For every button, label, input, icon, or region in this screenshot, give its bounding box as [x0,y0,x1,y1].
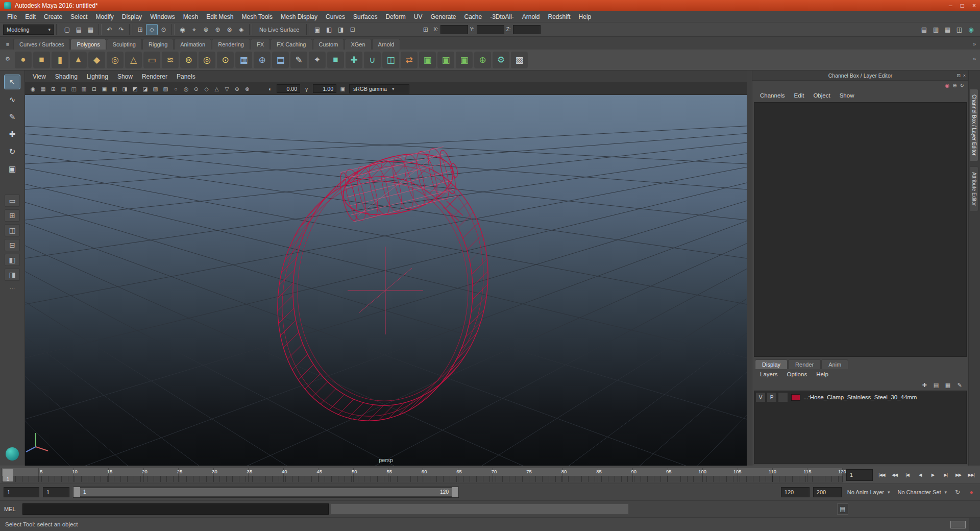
ui-toggle-button[interactable]: ▤ [918,24,930,35]
live-surface-label[interactable]: No Live Surface [254,27,304,33]
shelf-item-button[interactable]: ▣ [437,52,454,68]
current-frame-field[interactable]: 1 [846,469,873,481]
ui-toggle-button[interactable]: ▦ [942,24,953,35]
panel-toolbar-icon[interactable]: ▨ [161,84,170,93]
panel-toolbar-icon[interactable]: ▥ [79,84,89,93]
channel-box-menu-item[interactable]: Channels [755,92,790,99]
panel-toolbar-icon[interactable]: ◉ [28,84,38,93]
panel-toolbar-icon[interactable]: ▤ [59,84,68,93]
layer-editor-tab[interactable]: Render [788,359,821,369]
selection-mask-button[interactable]: ⊗ [224,24,235,35]
layout-button[interactable]: ◧ [5,254,20,266]
layout-button[interactable]: ◫ [5,224,20,236]
shelf-overflow-icon[interactable]: » [971,56,978,64]
maximize-button[interactable]: □ [961,2,964,9]
menu-item[interactable]: Cache [460,13,486,20]
panel-toolbar-icon[interactable]: ◪ [140,84,150,93]
shelf-item-button[interactable]: ◎ [199,52,215,68]
shelf-item-button[interactable]: ▣ [419,52,436,68]
shelf-item-button[interactable]: ▮ [52,52,68,68]
playback-button[interactable]: ▶ [927,470,939,480]
undo-redo-button[interactable]: ↶ [104,24,115,35]
menu-item[interactable]: Arnold [518,13,544,20]
shelf-item-button[interactable]: ⊙ [217,52,234,68]
layer-editor-tab[interactable]: Display [755,359,788,369]
shelf-item-button[interactable]: ⊕ [254,52,271,68]
menu-item[interactable]: Create [40,13,66,20]
channel-box-list[interactable] [754,102,967,357]
ui-toggle-button[interactable]: ◉ [965,24,977,35]
panel-menu-item[interactable]: Shading [51,73,82,80]
ui-toggle-button[interactable]: ◫ [953,24,965,35]
shelf-item-button[interactable]: ▭ [143,52,160,68]
timeline-playhead[interactable]: 1 [3,469,13,481]
shelf-item-button[interactable]: ◫ [382,52,399,68]
shelf-item-button[interactable]: ◎ [107,52,124,68]
shelf-item-button[interactable]: ⊕ [474,52,491,68]
shelf-tab[interactable]: XGen [345,39,371,50]
file-icon-button[interactable]: ▤ [73,24,85,35]
panel-menu-item[interactable]: View [28,73,51,80]
panel-toolbar-icon[interactable]: ◫ [69,84,79,93]
shelf-item-button[interactable]: ∪ [364,52,381,68]
auto-keyframe-icon[interactable]: ● [966,487,976,497]
shelf-item-button[interactable]: ✎ [290,52,307,68]
command-line-input[interactable] [22,503,329,515]
playback-end-field[interactable]: 120 [781,487,810,497]
layout-button[interactable]: ◨ [5,269,20,281]
tool-button[interactable]: ↻ [4,144,20,159]
coordinate-field[interactable] [477,25,504,34]
coordinate-field[interactable] [513,25,541,34]
panel-toolbar-icon[interactable]: ▦ [38,84,48,93]
menu-item[interactable]: Mesh Display [277,13,322,20]
playback-button[interactable]: ◀ [914,470,926,480]
selection-mask-button[interactable]: ⊚ [200,24,212,35]
panel-toolbar-icon[interactable]: ⊡ [89,84,99,93]
undo-redo-button[interactable]: ↷ [115,24,127,35]
menu-item[interactable]: Edit Mesh [202,13,237,20]
menu-item[interactable]: Modify [91,13,117,20]
shelf-tab[interactable]: FX [251,39,270,50]
panel-toolbar-icon[interactable]: ⊕ [232,84,242,93]
menu-item[interactable]: Edit [21,13,40,20]
menu-set-selector[interactable]: Modeling ▾ [3,25,54,35]
shelf-item-button[interactable]: ⊚ [180,52,197,68]
selection-mask-button[interactable]: ⌖ [188,24,200,35]
menu-item[interactable]: Surfaces [349,13,381,20]
shelf-tab[interactable]: Animation [174,39,211,50]
coordinate-field[interactable] [440,25,468,34]
gamma-icon[interactable]: γ [302,84,311,93]
shelf-tab[interactable]: Rendering [212,39,250,50]
layer-toolbar-icon[interactable]: ✚ [920,381,929,389]
gamma-field[interactable]: 1.00 [313,84,336,93]
panel-menu-item[interactable]: Renderer [137,73,172,80]
channel-box-menu-item[interactable]: Edit [790,92,809,99]
time-slider[interactable]: 5101520253035404550556065707580859095100… [2,468,843,482]
menu-item[interactable]: Windows [146,13,179,20]
exposure-field[interactable]: 0.00 [277,84,300,93]
shelf-item-button[interactable]: ≋ [162,52,179,68]
side-tab-attribute-editor[interactable]: Attribute Editor [970,166,978,211]
playback-button[interactable]: |◀◀ [876,470,888,480]
selection-mask-button[interactable]: ◉ [177,24,188,35]
shelf-item-button[interactable]: ▲ [70,52,87,68]
menu-item[interactable]: Display [118,13,146,20]
panel-toolbar-icon[interactable]: ◎ [181,84,191,93]
menu-item[interactable]: File [3,13,21,20]
tool-button[interactable]: ✚ [4,127,20,141]
menu-item[interactable]: Help [575,13,596,20]
animation-start-field[interactable]: 1 [4,487,39,497]
shelf-item-button[interactable]: ■ [327,52,344,68]
layer-color-swatch[interactable] [791,394,800,401]
side-tab-channel-box[interactable]: Channel Box / Layer Editor [970,89,978,161]
range-slider-right-handle[interactable] [452,487,458,497]
character-set-dropdown[interactable]: No Character Set ▾ [895,489,949,495]
shelf-item-button[interactable]: ⌖ [309,52,326,68]
playback-button[interactable]: |◀ [901,470,913,480]
shelf-item-button[interactable]: ■ [33,52,50,68]
layer-toolbar-icon[interactable]: ▦ [943,381,952,389]
panel-toolbar-icon[interactable]: ⊞ [48,84,58,93]
shelf-item-button[interactable]: ◆ [88,52,105,68]
channel-box-tool-icon[interactable]: ↻ [960,83,964,88]
shelf-item-button[interactable]: △ [125,52,142,68]
